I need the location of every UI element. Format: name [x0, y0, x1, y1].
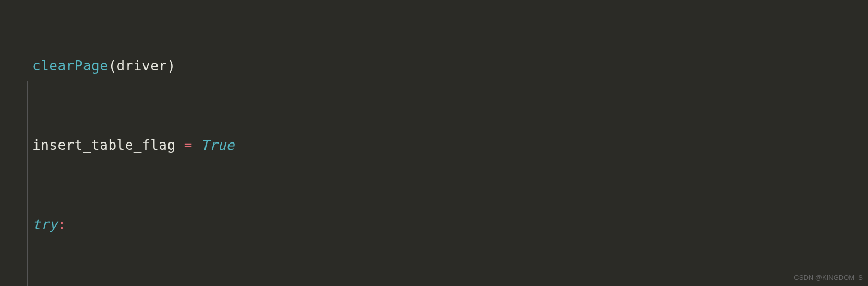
code-line[interactable]: insert_table_flag = True: [32, 132, 868, 159]
identifier: driver: [117, 53, 167, 79]
assign-operator: =: [184, 132, 192, 159]
code-line[interactable]: clearPage(driver): [32, 53, 868, 79]
colon: :: [57, 211, 66, 238]
code-line[interactable]: try:: [32, 211, 868, 238]
paren-open: (: [108, 53, 116, 79]
boolean-value: True: [201, 132, 235, 159]
function-call: clearPage: [32, 53, 108, 79]
keyword-try: try: [32, 211, 57, 238]
variable: insert_table_flag: [32, 132, 176, 159]
space: [192, 132, 201, 159]
watermark: CSDN @KINGDOM_S: [794, 271, 863, 284]
code-editor[interactable]: clearPage(driver) insert_table_flag = Tr…: [0, 0, 868, 286]
space: [176, 132, 184, 159]
paren-close: ): [167, 53, 175, 79]
